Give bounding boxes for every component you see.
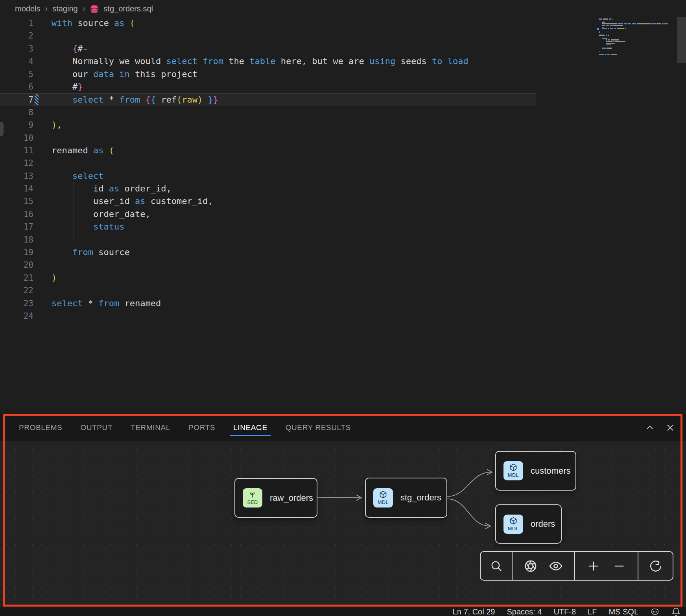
gutter-decoration <box>33 68 52 81</box>
code-editor[interactable]: 1with source as (23 {#-4 Normally we wou… <box>0 17 686 322</box>
code-line: 18 <box>0 234 536 246</box>
chevron-up-icon[interactable] <box>645 423 655 432</box>
line-number: 1 <box>0 17 33 29</box>
vscode-window: models › staging › stg_orders.sql 1with … <box>0 0 686 616</box>
line-number: 4 <box>0 55 33 68</box>
breadcrumb-file[interactable]: stg_orders.sql <box>103 4 153 13</box>
line-number: 16 <box>0 208 33 221</box>
copilot-icon[interactable] <box>650 607 660 616</box>
aperture-icon[interactable] <box>524 559 537 573</box>
code-text: id as order_id, <box>52 182 172 195</box>
code-line: 14 id as order_id, <box>0 182 536 195</box>
lineage-node-stg-orders[interactable]: MDL stg_orders <box>365 478 447 518</box>
tab-lineage[interactable]: LINEAGE <box>233 414 267 441</box>
code-line: 10 <box>0 132 536 144</box>
status-language-mode[interactable]: MS SQL <box>609 607 638 616</box>
status-cursor-position[interactable]: Ln 7, Col 29 <box>453 607 495 616</box>
line-number: 8 <box>0 106 33 119</box>
gutter-decoration <box>33 297 52 310</box>
code-text: ), <box>52 119 62 131</box>
gutter-decoration <box>33 29 52 42</box>
tab-output[interactable]: OUTPUT <box>80 414 112 441</box>
line-number: 21 <box>0 272 33 284</box>
refresh-icon[interactable] <box>649 559 662 573</box>
lineage-edges <box>0 441 686 607</box>
status-eol[interactable]: LF <box>588 607 597 616</box>
modified-line-marker <box>35 94 39 105</box>
close-icon[interactable] <box>666 423 675 432</box>
node-label: stg_orders <box>400 493 441 503</box>
badge-label: MDL <box>508 526 519 531</box>
tab-query-results[interactable]: QUERY RESULTS <box>286 414 351 441</box>
gutter-decoration <box>33 132 52 144</box>
chevron-right-icon: › <box>83 4 85 13</box>
zoom-in-icon[interactable] <box>587 559 600 573</box>
gutter-decoration <box>33 284 52 297</box>
gutter-decoration <box>33 195 52 208</box>
database-icon <box>90 5 99 14</box>
breadcrumb: models › staging › stg_orders.sql <box>0 0 686 17</box>
cube-icon <box>379 491 387 500</box>
lineage-node-customers[interactable]: MDL customers <box>495 451 576 491</box>
code-line: 11renamed as ( <box>0 144 536 157</box>
badge-label: MDL <box>508 473 519 478</box>
code-line: 13 select <box>0 170 536 182</box>
gutter-decoration <box>33 272 52 284</box>
seed-badge: SED <box>243 488 262 508</box>
line-number: 15 <box>0 195 33 208</box>
code-line: 4 Normally we would select from the tabl… <box>0 55 536 68</box>
line-number: 10 <box>0 132 33 144</box>
gutter-decoration <box>33 259 52 271</box>
indent-guide <box>74 182 74 240</box>
bell-icon[interactable] <box>671 607 680 616</box>
line-number: 23 <box>0 297 33 310</box>
lineage-canvas[interactable]: SED raw_orders MDL stg_orders <box>0 441 686 607</box>
line-number: 24 <box>0 310 33 322</box>
lineage-node-raw-orders[interactable]: SED raw_orders <box>234 478 317 518</box>
seedling-icon <box>249 491 256 500</box>
chevron-right-icon: › <box>45 4 48 13</box>
lineage-node-orders[interactable]: MDL orders <box>495 504 562 544</box>
code-line: 19 from source <box>0 246 536 259</box>
gutter-decoration <box>33 170 52 182</box>
minimap[interactable] <box>597 17 669 143</box>
eye-icon[interactable] <box>549 559 563 573</box>
badge-label: MDL <box>378 500 389 505</box>
scrollbar-thumb[interactable] <box>677 17 686 63</box>
code-text: user_id as customer_id, <box>52 195 213 208</box>
code-text: select * from renamed <box>52 297 161 310</box>
tab-ports[interactable]: PORTS <box>188 414 215 441</box>
search-icon[interactable] <box>490 559 503 573</box>
code-text: our data in this project <box>52 68 197 81</box>
gutter-decoration <box>33 234 52 246</box>
breadcrumb-item-staging[interactable]: staging <box>52 4 78 13</box>
line-number: 18 <box>0 234 33 246</box>
gutter-decoration <box>33 208 52 221</box>
code-text: status <box>52 221 124 233</box>
code-line: 21) <box>0 272 536 284</box>
breadcrumb-item-models[interactable]: models <box>15 4 40 13</box>
gutter-decoration <box>33 119 52 131</box>
indent-guide <box>53 157 53 272</box>
zoom-out-icon[interactable] <box>612 559 626 573</box>
line-number: 13 <box>0 170 33 182</box>
line-number: 14 <box>0 182 33 195</box>
code-line: 23select * from renamed <box>0 297 536 310</box>
line-number: 11 <box>0 144 33 157</box>
code-line: 15 user_id as customer_id, <box>0 195 536 208</box>
model-badge: MDL <box>503 461 523 480</box>
status-indentation[interactable]: Spaces: 4 <box>507 607 542 616</box>
badge-label: SED <box>247 500 258 505</box>
node-label: raw_orders <box>270 493 313 503</box>
line-number: 3 <box>0 42 33 55</box>
code-text: order_date, <box>52 208 151 221</box>
tab-problems[interactable]: PROBLEMS <box>19 414 62 441</box>
code-line: 3 {#- <box>0 42 536 55</box>
line-number: 22 <box>0 284 33 297</box>
line-number: 17 <box>0 221 33 233</box>
code-text: Normally we would select from the table … <box>52 55 468 68</box>
line-number: 20 <box>0 259 33 271</box>
tab-terminal[interactable]: TERMINAL <box>131 414 170 441</box>
code-line: 12 <box>0 157 536 169</box>
status-encoding[interactable]: UTF-8 <box>553 607 576 616</box>
